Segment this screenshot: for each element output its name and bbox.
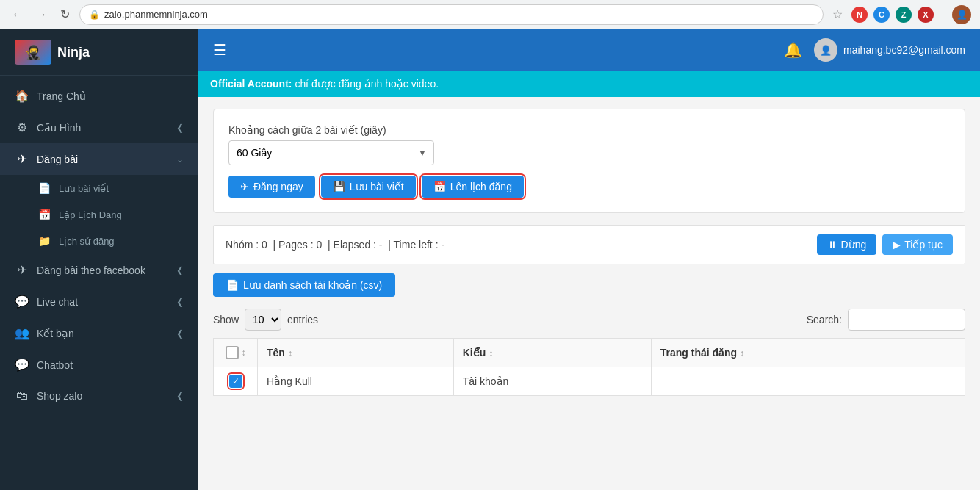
th-checkbox: ↕ xyxy=(214,339,258,367)
sidebar-item-label: Cấu Hình xyxy=(37,122,169,134)
show-label: Show xyxy=(213,314,239,325)
shop-icon: 🛍 xyxy=(15,389,29,403)
sidebar-item-trang-chu[interactable]: 🏠 Trang Chủ xyxy=(0,80,198,112)
sidebar-sub-label: Lưu bài viết xyxy=(59,183,109,194)
entries-select[interactable]: 10 25 50 xyxy=(245,309,281,331)
official-notice: Official Account: chỉ được đăng ảnh hoặc… xyxy=(198,71,980,97)
search-input[interactable] xyxy=(848,309,965,331)
row-checkbox[interactable]: ✓ xyxy=(229,375,242,388)
sort-kieu-icon[interactable]: ↕ xyxy=(489,348,493,359)
sidebar-item-dang-bai[interactable]: ✈ Đăng bài ⌄ xyxy=(0,143,198,175)
extension-x-icon[interactable]: X xyxy=(918,7,934,23)
browser-actions: ☆ N C Z X 👤 xyxy=(829,5,971,24)
sidebar-item-label: Chatbot xyxy=(37,359,184,371)
show-entries: Show 10 25 50 entries xyxy=(213,309,318,331)
extension-ninja-icon[interactable]: N xyxy=(851,7,868,23)
profile-avatar[interactable]: 👤 xyxy=(952,5,971,24)
sidebar-item-label: Đăng bài xyxy=(37,154,169,165)
bell-icon[interactable]: 🔔 xyxy=(784,41,802,59)
official-notice-bold: Official Account: xyxy=(210,78,292,90)
save-icon: 💾 xyxy=(333,181,345,192)
pause-icon: ⏸ xyxy=(827,239,837,251)
extension-z-icon[interactable]: Z xyxy=(896,7,912,23)
back-button[interactable]: ← xyxy=(9,6,26,24)
send-icon: ✈ xyxy=(15,263,29,277)
bookmark-icon[interactable]: ☆ xyxy=(829,7,846,23)
sidebar-logo: 🥷 Ninja xyxy=(0,29,198,76)
sidebar-item-luu-bai-viet[interactable]: 📄 Lưu bài viết xyxy=(0,175,198,201)
sort-ten-icon[interactable]: ↕ xyxy=(288,348,292,359)
content-inner: Khoảng cách giữa 2 bài viết (giây) 30 Gi… xyxy=(198,109,980,411)
search-label: Search: xyxy=(807,314,842,325)
content-area: ☰ 🔔 👤 maihang.bc92@gmail.com Official Ac… xyxy=(198,29,980,490)
sidebar-item-live-chat[interactable]: 💬 Live chat ❮ xyxy=(0,286,198,317)
sidebar-item-chatbot[interactable]: 💬 Chatbot xyxy=(0,349,198,381)
forward-button[interactable]: → xyxy=(32,6,50,24)
top-header: ☰ 🔔 👤 maihang.bc92@gmail.com xyxy=(198,29,980,71)
hamburger-button[interactable]: ☰ xyxy=(213,41,226,59)
nhom-value: 0 xyxy=(262,239,267,251)
sidebar-item-shop-zalo[interactable]: 🛍 Shop zalo ❮ xyxy=(0,381,198,411)
sort-trang-thai-icon[interactable]: ↕ xyxy=(740,348,744,359)
file-icon: 📄 xyxy=(226,279,239,291)
save-post-button[interactable]: 💾 Lưu bài viết xyxy=(321,176,416,198)
td-trang-thai xyxy=(651,367,965,396)
interval-label: Khoảng cách giữa 2 bài viết (giây) xyxy=(228,124,950,136)
sidebar-item-lich-su-dang[interactable]: 📁 Lịch sử đăng xyxy=(0,228,198,254)
save-accounts-button[interactable]: 📄 Lưu danh sách tài khoản (csv) xyxy=(213,273,395,297)
time-left-value: - xyxy=(441,239,444,251)
checkbox-container: ✓ xyxy=(223,375,248,388)
chevron-right-icon: ❮ xyxy=(176,123,184,133)
interval-card: Khoảng cách giữa 2 bài viết (giây) 30 Gi… xyxy=(213,109,965,213)
pause-button[interactable]: ⏸ Dừng xyxy=(817,234,877,255)
select-all-checkbox[interactable] xyxy=(226,346,239,359)
reload-button[interactable]: ↻ xyxy=(56,6,73,24)
calendar-icon: 📅 xyxy=(37,209,51,220)
button-group: ✈ Đăng ngay 💾 Lưu bài viết 📅 Lên lịch đă… xyxy=(228,176,950,198)
users-icon: 👥 xyxy=(15,326,29,340)
logo-text: Ninja xyxy=(57,45,90,60)
official-notice-text: chỉ được đăng ảnh hoặc video. xyxy=(295,78,439,90)
divider xyxy=(943,7,943,22)
browser-bar: ← → ↻ 🔒 zalo.phanmemninja.com ☆ N C Z X … xyxy=(0,0,980,29)
sidebar-item-label: Kết bạn xyxy=(37,328,169,339)
th-kieu: Kiểu↕ xyxy=(453,339,651,367)
elapsed-value: - xyxy=(379,239,383,251)
interval-select[interactable]: 30 Giây 60 Giây 90 Giây 120 Giây xyxy=(228,140,434,165)
chevron-right-icon: ❮ xyxy=(176,265,184,275)
schedule-label: Lên lịch đăng xyxy=(450,181,512,192)
url-bar[interactable]: 🔒 zalo.phanmemninja.com xyxy=(79,4,824,25)
data-table: ↕ Tên↕ Kiểu↕ Trang thái đăng↕ xyxy=(213,338,965,396)
extension-c-icon[interactable]: C xyxy=(873,7,890,23)
sidebar-item-lap-lich-dang[interactable]: 📅 Lập Lịch Đăng xyxy=(0,201,198,228)
continue-button[interactable]: ▶ Tiếp tục xyxy=(882,234,953,255)
search-control: Search: xyxy=(807,309,965,331)
sidebar-sub-label: Lịch sử đăng xyxy=(59,236,115,247)
status-actions: ⏸ Dừng ▶ Tiếp tục xyxy=(817,234,953,255)
continue-label: Tiếp tục xyxy=(904,239,943,251)
td-ten: Hằng Kull xyxy=(258,367,454,396)
sidebar-item-ket-ban[interactable]: 👥 Kết bạn ❮ xyxy=(0,317,198,349)
chevron-right-icon: ❮ xyxy=(176,391,184,401)
sidebar-nav: 🏠 Trang Chủ ⚙ Cấu Hình ❮ ✈ Đăng bài ⌄ 📄 … xyxy=(0,76,198,490)
sidebar-item-dang-bai-facebook[interactable]: ✈ Đăng bài theo facebook ❮ xyxy=(0,254,198,286)
status-bar: Nhóm : 0 | Pages : 0 | Elapsed : - | Tim… xyxy=(213,225,965,264)
sidebar-item-cau-hinh[interactable]: ⚙ Cấu Hình ❮ xyxy=(0,112,198,143)
table-header-row: ↕ Tên↕ Kiểu↕ Trang thái đăng↕ xyxy=(214,339,965,367)
post-now-button[interactable]: ✈ Đăng ngay xyxy=(228,176,315,198)
save-accounts-label: Lưu danh sách tài khoản (csv) xyxy=(243,279,382,291)
app-container: 🥷 Ninja 🏠 Trang Chủ ⚙ Cấu Hình ❮ ✈ Đăng … xyxy=(0,29,980,490)
sort-icon[interactable]: ↕ xyxy=(242,347,246,358)
save-post-label: Lưu bài viết xyxy=(350,181,404,192)
play-icon: ▶ xyxy=(893,239,901,251)
user-info[interactable]: 👤 maihang.bc92@gmail.com xyxy=(814,38,965,62)
user-email: maihang.bc92@gmail.com xyxy=(843,44,965,56)
th-trang-thai: Trang thái đăng↕ xyxy=(651,339,965,367)
sidebar-item-label: Đăng bài theo facebook xyxy=(37,264,169,276)
send-icon: ✈ xyxy=(240,181,249,192)
schedule-button[interactable]: 📅 Lên lịch đăng xyxy=(422,176,524,198)
url-text: zalo.phanmemninja.com xyxy=(104,9,208,20)
folder-icon: 📁 xyxy=(37,235,51,247)
post-now-label: Đăng ngay xyxy=(253,181,303,192)
chat-icon: 💬 xyxy=(15,295,29,309)
